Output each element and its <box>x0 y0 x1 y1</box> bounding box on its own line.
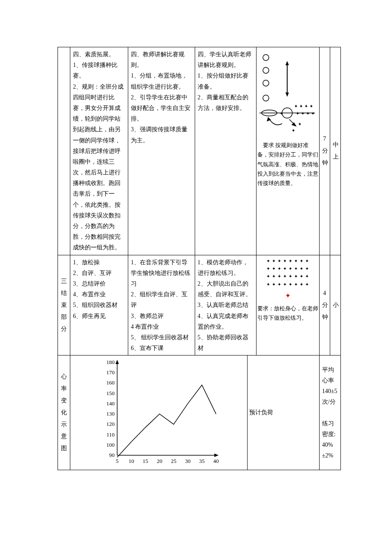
content-col3: 四、学生认真听老师讲解比赛规则。 1、按分组做好比赛准备。 2、商量相互配合的方… <box>195 47 256 255</box>
svg-text:✦: ✦ <box>304 104 308 109</box>
svg-marker-26 <box>214 454 219 457</box>
table-row: 三 结 束 部 分 1、放松操 2、自评、互评 3、总结评价 4、布置作业 5、… <box>58 255 341 356</box>
chart-label-cell: 心率变化示意图 <box>58 356 70 470</box>
svg-marker-5 <box>285 61 289 65</box>
chart-cell: 9010011012013014015016017018051015202530… <box>70 356 248 470</box>
formation-cell-2: ✦✦✦✦✦✦✦✦ ✦✦✦✦✦✦✦✦ ✦✦✦✦✦✦✦✦ ✦✦✦✦✦✦✦✦ ✦ 要求… <box>256 255 319 356</box>
svg-text:180: 180 <box>107 359 115 365</box>
svg-text:✦: ✦ <box>309 104 313 109</box>
svg-text:✦: ✦ <box>280 111 283 116</box>
text: 四、学生认真听老师讲解比赛规则。 1、按分组做好比赛准备。 2、商量相互配合的方… <box>198 51 251 111</box>
section-label-cell: 三 结 束 部 分 <box>58 255 70 356</box>
svg-text:✦: ✦ <box>299 104 303 109</box>
formation-cell-1: ✦✦✦✦ ✦ ✦✦✦✦ <box>256 47 319 255</box>
svg-text:120: 120 <box>107 421 115 428</box>
time-cell-1: 7分钟 <box>319 47 330 255</box>
formation-svg-1: ✦✦✦✦ ✦ ✦✦✦✦ <box>257 49 317 134</box>
load-text-cell: 平均心率 140±5 次/分 练习密度:40%±2% <box>319 356 340 470</box>
section-label: 三 <box>61 275 67 287</box>
content-col1: 1、放松操 2、自评、互评 3、总结评价 4、布置作业 5、组织回收器材 6、师… <box>70 255 128 356</box>
text: 四、素质拓展。 1、传接球播种比赛。 2、规则：全班分成四组同时进行比赛，男女分… <box>73 51 124 251</box>
svg-text:35: 35 <box>199 458 205 464</box>
svg-marker-24 <box>115 360 119 364</box>
svg-text:170: 170 <box>107 369 115 376</box>
svg-text:25: 25 <box>171 458 177 464</box>
svg-text:✦: ✦ <box>301 111 305 116</box>
svg-text:40: 40 <box>213 458 219 464</box>
heart-rate-chart: 9010011012013014015016017018051015202530… <box>97 357 220 468</box>
section-label: 部 <box>61 311 67 323</box>
formation-requirement-2: 要求：放松身心，在老师引导下做放松练习。 <box>257 304 318 323</box>
svg-marker-20 <box>291 122 297 127</box>
section-label: 分 <box>61 323 67 335</box>
svg-text:150: 150 <box>107 390 115 396</box>
time-text: 7分钟 <box>322 133 327 169</box>
svg-point-0 <box>263 55 269 61</box>
svg-text:15: 15 <box>143 458 148 464</box>
svg-text:90: 90 <box>109 452 115 458</box>
lesson-plan-table: 四、素质拓展。 1、传接球播种比赛。 2、规则：全班分成四组同时进行比赛，男女分… <box>58 47 341 470</box>
formation-diagram-2: ✦✦✦✦✦✦✦✦ ✦✦✦✦✦✦✦✦ ✦✦✦✦✦✦✦✦ ✦✦✦✦✦✦✦✦ ✦ <box>257 257 318 301</box>
svg-marker-6 <box>285 92 289 97</box>
svg-text:5: 5 <box>116 458 119 464</box>
svg-text:✦: ✦ <box>296 111 300 116</box>
svg-text:10: 10 <box>129 458 134 464</box>
svg-text:140: 140 <box>107 400 115 407</box>
teacher-icon: ✦ <box>285 291 291 301</box>
load-label-cell: 预计负荷 <box>247 356 319 470</box>
svg-text:✦: ✦ <box>306 111 310 116</box>
content-col2: 1、在音乐背景下引导学生愉快地进行放松练习 2、组织学生自评、互评 3、教师总评… <box>128 255 195 356</box>
content-col3: 1、模仿老师动作，进行放松练习。 2、大胆说出自己的感受、自评和互评。 3、认真… <box>195 255 256 356</box>
table-row: 心率变化示意图 90100110120130140150160170180510… <box>58 356 341 470</box>
svg-text:✦: ✦ <box>291 128 295 133</box>
load-label: 预计负荷 <box>249 407 317 419</box>
text: 1、在音乐背景下引导学生愉快地进行放松练习 2、组织学生自评、互评 3、教师总评… <box>131 259 190 352</box>
load-text: 平均心率 140±5 次/分 练习密度:40%±2% <box>322 367 339 459</box>
formation-diagram-1: ✦✦✦✦ ✦ ✦✦✦✦ <box>257 49 318 137</box>
section-label: 束 <box>61 299 67 311</box>
svg-point-1 <box>263 67 269 73</box>
time-cell-2: 4分钟 <box>319 255 330 356</box>
intensity-text: 小 <box>333 299 338 311</box>
svg-text:30: 30 <box>185 458 191 464</box>
table-row: 四、素质拓展。 1、传接球播种比赛。 2、规则：全班分成四组同时进行比赛，男女分… <box>58 47 341 255</box>
text: 1、放松操 2、自评、互评 3、总结评价 4、布置作业 5、组织回收器材 6、师… <box>73 259 118 319</box>
content-col1: 四、素质拓展。 1、传接球播种比赛。 2、规则：全班分成四组同时进行比赛，男女分… <box>70 47 128 255</box>
intensity-text: 中上 <box>333 139 338 163</box>
svg-text:160: 160 <box>107 380 115 386</box>
formation-requirement-1: 要求 按规则做好准备，安排好分工，同学们气氛高涨、积极、热情地投入到比赛当中去，… <box>257 141 318 188</box>
content-col2: 四、教师讲解比赛规则。 1、分组，布置场地，组织学生进行比赛。 2、引导学生在比… <box>128 47 195 255</box>
intensity-cell-2: 小 <box>330 255 340 356</box>
svg-point-3 <box>263 95 269 101</box>
svg-text:110: 110 <box>107 431 115 438</box>
svg-text:✦: ✦ <box>311 111 315 116</box>
svg-text:20: 20 <box>157 458 162 464</box>
intensity-cell-1: 中上 <box>330 47 340 255</box>
svg-text:130: 130 <box>107 410 115 417</box>
section-cell-empty <box>58 47 70 255</box>
time-text: 4分钟 <box>322 287 327 323</box>
section-label: 结 <box>61 287 67 299</box>
svg-text:✦: ✦ <box>294 104 298 109</box>
text: 四、教师讲解比赛规则。 1、分组，布置场地，组织学生进行比赛。 2、引导学生在比… <box>131 51 190 144</box>
svg-text:100: 100 <box>107 442 115 448</box>
svg-point-2 <box>263 80 269 86</box>
text: 1、模仿老师动作，进行放松练习。 2、大胆说出自己的感受、自评和互评。 3、认真… <box>198 259 251 352</box>
svg-text:✦: ✦ <box>298 121 302 127</box>
